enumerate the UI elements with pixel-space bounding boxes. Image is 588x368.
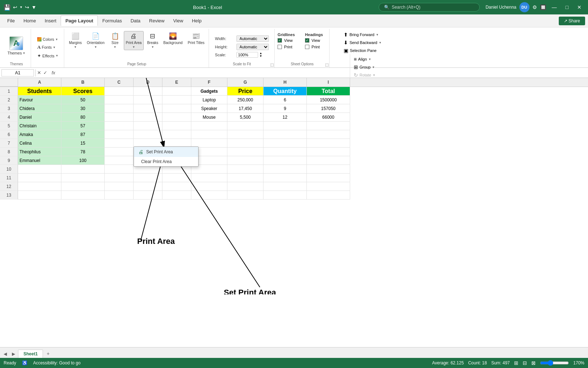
cell-B3[interactable]: 30: [61, 104, 105, 113]
cell-H10[interactable]: [263, 165, 307, 174]
cell-F13[interactable]: [191, 191, 227, 200]
cell-I4[interactable]: 66000: [307, 113, 350, 122]
col-header-I[interactable]: I: [307, 78, 350, 87]
cell-H11[interactable]: [263, 174, 307, 182]
menu-home[interactable]: Home: [19, 16, 40, 26]
cell-B6[interactable]: 87: [61, 130, 105, 139]
cell-A3[interactable]: Chidera: [18, 104, 61, 113]
breaks-button[interactable]: ⊟ Breaks ▼: [145, 31, 160, 50]
cell-G3[interactable]: 17,450: [227, 104, 263, 113]
cell-B2[interactable]: 50: [61, 96, 105, 104]
row-header-5[interactable]: 5: [0, 122, 18, 130]
cell-B5[interactable]: 57: [61, 122, 105, 130]
cell-I2[interactable]: 1500000: [307, 96, 350, 104]
cell-A9[interactable]: Emmanuel: [18, 156, 61, 165]
prev-sheet-btn[interactable]: ◀: [1, 350, 9, 358]
menu-view[interactable]: View: [169, 16, 188, 26]
row-header-3[interactable]: 3: [0, 104, 18, 113]
print-titles-button[interactable]: 📰 Print Titles: [186, 31, 206, 46]
cell-E3[interactable]: [162, 104, 191, 113]
cell-B9[interactable]: 100: [61, 156, 105, 165]
settings-icon[interactable]: ⚙: [532, 4, 537, 10]
cell-H5[interactable]: [263, 122, 307, 130]
page-break-icon[interactable]: ⊠: [531, 360, 536, 366]
cell-I5[interactable]: [307, 122, 350, 130]
cell-D12[interactable]: [134, 182, 162, 191]
cell-E6[interactable]: [162, 130, 191, 139]
row-header-9[interactable]: 9: [0, 156, 18, 165]
restore-icon[interactable]: 🔲: [540, 4, 546, 10]
cell-D2[interactable]: [134, 96, 162, 104]
cell-I11[interactable]: [307, 174, 350, 182]
cell-D4[interactable]: [134, 113, 162, 122]
cell-E2[interactable]: [162, 96, 191, 104]
width-select[interactable]: Automatic 1 page 2 pages: [236, 35, 269, 42]
cell-C5[interactable]: [105, 122, 134, 130]
cell-H2[interactable]: 6: [263, 96, 307, 104]
menu-file[interactable]: File: [3, 16, 19, 26]
col-header-C[interactable]: C: [105, 78, 134, 87]
formula-confirm-icon[interactable]: ✓: [43, 70, 47, 75]
cell-E13[interactable]: [162, 191, 191, 200]
margins-button[interactable]: ⬜ Margins ▼: [67, 31, 84, 50]
cell-E5[interactable]: [162, 122, 191, 130]
row-header-10[interactable]: 10: [0, 165, 18, 174]
cell-C9[interactable]: [105, 156, 134, 165]
cell-A5[interactable]: Christain: [18, 122, 61, 130]
cell-I9[interactable]: [307, 156, 350, 165]
cell-D5[interactable]: [134, 122, 162, 130]
cell-B12[interactable]: [61, 182, 105, 191]
cell-D13[interactable]: [134, 191, 162, 200]
print-area-button[interactable]: 🖨 Print Area ▼: [124, 31, 144, 50]
cell-I6[interactable]: [307, 130, 350, 139]
cell-A12[interactable]: [18, 182, 61, 191]
row-header-8[interactable]: 8: [0, 148, 18, 156]
colors-button[interactable]: Colors ▼: [36, 36, 60, 42]
cell-G6[interactable]: [227, 130, 263, 139]
cell-A10[interactable]: [18, 165, 61, 174]
share-button[interactable]: ↗ Share: [559, 17, 585, 25]
user-avatar[interactable]: DU: [519, 2, 530, 12]
cell-E12[interactable]: [162, 182, 191, 191]
gridlines-view-cb[interactable]: ✓: [278, 38, 282, 43]
clear-print-area-item[interactable]: Clear Print Area: [134, 157, 198, 166]
cell-F5[interactable]: [191, 122, 227, 130]
cell-F3[interactable]: Speaker: [191, 104, 227, 113]
headings-view-cb[interactable]: ✓: [305, 38, 309, 43]
col-header-E[interactable]: E: [162, 78, 191, 87]
cell-G11[interactable]: [227, 174, 263, 182]
cell-F6[interactable]: [191, 130, 227, 139]
cell-A7[interactable]: Celina: [18, 139, 61, 148]
cell-D1[interactable]: [134, 87, 162, 96]
cell-G1[interactable]: Price: [227, 87, 263, 96]
effects-button[interactable]: ✦ Effects ▼: [36, 52, 60, 59]
row-header-2[interactable]: 2: [0, 96, 18, 104]
col-header-A[interactable]: A: [18, 78, 61, 87]
cell-H9[interactable]: [263, 156, 307, 165]
menu-formulas[interactable]: Formulas: [98, 16, 126, 26]
cell-C13[interactable]: [105, 191, 134, 200]
cell-H1[interactable]: Quantity: [263, 87, 307, 96]
cell-A4[interactable]: Daniel: [18, 113, 61, 122]
formula-cancel-icon[interactable]: ✕: [37, 70, 41, 75]
col-header-D[interactable]: D: [134, 78, 162, 87]
cell-F4[interactable]: Mouse: [191, 113, 227, 122]
menu-page-layout[interactable]: Page Layout: [61, 16, 98, 26]
cell-B13[interactable]: [61, 191, 105, 200]
cell-C12[interactable]: [105, 182, 134, 191]
cell-D11[interactable]: [134, 174, 162, 182]
row-header-4[interactable]: 4: [0, 113, 18, 122]
cell-A13[interactable]: [18, 191, 61, 200]
menu-help[interactable]: Help: [188, 16, 206, 26]
scale-group-expand[interactable]: ⬚: [270, 63, 274, 67]
cell-B11[interactable]: [61, 174, 105, 182]
cell-I3[interactable]: 157050: [307, 104, 350, 113]
row-header-11[interactable]: 11: [0, 174, 18, 182]
send-backward-button[interactable]: ⬇ Send Backward ▼: [342, 39, 383, 46]
name-box[interactable]: [1, 69, 34, 76]
cell-I8[interactable]: [307, 148, 350, 156]
menu-data[interactable]: Data: [126, 16, 145, 26]
cell-A6[interactable]: Amaka: [18, 130, 61, 139]
undo-dropdown-icon[interactable]: ▼: [19, 5, 23, 9]
col-header-B[interactable]: B: [61, 78, 105, 87]
